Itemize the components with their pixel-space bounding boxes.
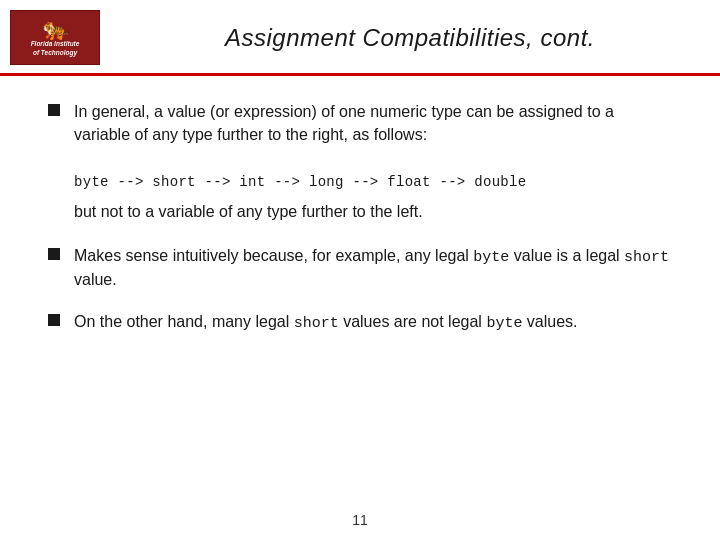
bullet2-text-after: value. [74, 271, 117, 288]
bullet-text-3: On the other hand, many legal short valu… [74, 310, 578, 335]
bullet2-code1: byte [473, 249, 509, 266]
not-to-left-text: but not to a variable of any type furthe… [74, 200, 672, 223]
logo-icon: 🐅 [31, 18, 80, 40]
bullet3-text-middle: values are not legal [339, 313, 487, 330]
bullet-square-3 [48, 314, 60, 326]
bullet2-code2: short [624, 249, 669, 266]
bullet3-code1: short [294, 315, 339, 332]
bullet-square-1 [48, 104, 60, 116]
bullet-square-2 [48, 248, 60, 260]
bullet-item-2: Makes sense intuitively because, for exa… [48, 244, 672, 292]
bullet2-text-before: Makes sense intuitively because, for exa… [74, 247, 473, 264]
slide-header: 🐅 Florida Institute of Technology Assign… [0, 0, 720, 76]
page-number: 11 [352, 512, 368, 528]
slide: 🐅 Florida Institute of Technology Assign… [0, 0, 720, 540]
bullet-item-3: On the other hand, many legal short valu… [48, 310, 672, 335]
code-line: byte --> short --> int --> long --> floa… [74, 174, 672, 190]
bullet3-text-after: values. [522, 313, 577, 330]
bullet-item-1: In general, a value (or expression) of o… [48, 100, 672, 146]
bullet-text-1: In general, a value (or expression) of o… [74, 100, 672, 146]
logo-text: Florida Institute of Technology [31, 40, 80, 57]
slide-footer: 11 [0, 504, 720, 540]
slide-content: In general, a value (or expression) of o… [0, 76, 720, 504]
bullet2-text-middle: value is a legal [509, 247, 624, 264]
slide-title: Assignment Compatibilities, cont. [120, 24, 700, 52]
bullet3-text-before: On the other hand, many legal [74, 313, 294, 330]
bullet3-code2: byte [486, 315, 522, 332]
logo: 🐅 Florida Institute of Technology [10, 10, 100, 65]
bullet-text-2: Makes sense intuitively because, for exa… [74, 244, 672, 292]
